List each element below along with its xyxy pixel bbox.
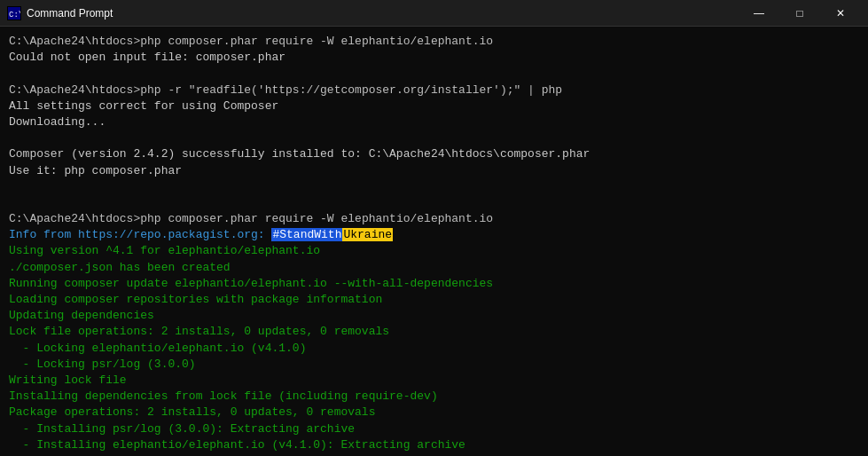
line-lock-elephant: - Locking elephantio/elephant.io (v4.1.0… xyxy=(9,341,859,357)
line-2: Could not open input file: composer.phar xyxy=(9,50,859,66)
line-8: Composer (version 2.4.2) successfully in… xyxy=(9,146,859,162)
maximize-button[interactable]: □ xyxy=(779,0,820,27)
close-button[interactable]: ✕ xyxy=(820,0,861,27)
line-composer-json: ./composer.json has been created xyxy=(9,260,859,276)
line-pkg-ops: Package operations: 2 installs, 0 update… xyxy=(9,405,859,421)
title-bar: C:\ Command Prompt — □ ✕ xyxy=(0,0,868,27)
line-installing-deps: Installing dependencies from lock file (… xyxy=(9,389,859,405)
line-empty-4 xyxy=(9,195,859,211)
svg-text:C:\: C:\ xyxy=(9,11,20,20)
line-5: All settings correct for using Composer xyxy=(9,98,859,114)
line-empty-3 xyxy=(9,179,859,195)
line-empty-2 xyxy=(9,130,859,146)
line-4: C:\Apache24\htdocs>php -r "readfile('htt… xyxy=(9,83,859,98)
line-12: C:\Apache24\htdocs>php composer.phar req… xyxy=(9,211,859,227)
line-updating: Updating dependencies xyxy=(9,308,859,324)
line-install-psr: - Installing psr/log (3.0.0): Extracting… xyxy=(9,421,859,437)
line-1: C:\Apache24\htdocs>php composer.phar req… xyxy=(9,34,859,50)
line-version: Using version ^4.1 for elephantio/elepha… xyxy=(9,243,859,259)
title-bar-left: C:\ Command Prompt xyxy=(7,6,113,20)
line-writing-lock: Writing lock file xyxy=(9,373,859,389)
cmd-icon: C:\ xyxy=(7,6,21,20)
cmd-window: C:\ Command Prompt — □ ✕ C:\Apache24\htd… xyxy=(0,0,868,456)
line-running: Running composer update elephantio/eleph… xyxy=(9,276,859,292)
line-6: Downloading... xyxy=(9,114,859,130)
terminal-area[interactable]: C:\Apache24\htdocs>php composer.phar req… xyxy=(0,27,868,456)
line-empty-1 xyxy=(9,66,859,82)
minimize-button[interactable]: — xyxy=(739,0,779,27)
line-loading: Loading composer repositories with packa… xyxy=(9,292,859,308)
line-9: Use it: php composer.phar xyxy=(9,163,859,179)
line-info: Info from https://repo.packagist.org: #S… xyxy=(9,227,859,243)
window-title: Command Prompt xyxy=(27,7,113,20)
line-lock-psr: - Locking psr/log (3.0.0) xyxy=(9,357,859,373)
line-lock-ops: Lock file operations: 2 installs, 0 upda… xyxy=(9,324,859,340)
line-install-elephant: - Installing elephantio/elephant.io (v4.… xyxy=(9,437,859,453)
window-controls: — □ ✕ xyxy=(739,0,861,27)
